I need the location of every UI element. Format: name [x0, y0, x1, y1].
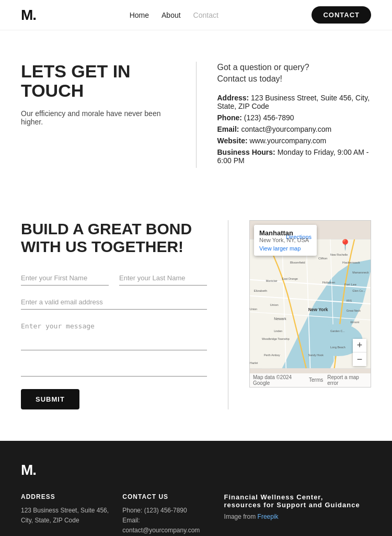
- svg-text:IRS: IRS: [347, 299, 352, 302]
- form-left: BUILD A GREAT BOND WITH US TOGETHER! SUB…: [21, 220, 228, 409]
- svg-text:Newark: Newark: [274, 317, 286, 321]
- submit-button[interactable]: SUBMIT: [21, 389, 79, 409]
- intro-subtext: Our efficiency and morale have never bee…: [21, 109, 175, 126]
- svg-text:Perth Amboy: Perth Amboy: [264, 353, 280, 357]
- svg-text:Glen Co...: Glen Co...: [352, 289, 365, 292]
- contact-form-section: BUILD A GREAT BOND WITH US TOGETHER! SUB…: [0, 199, 392, 441]
- map-pin-icon: 📍: [339, 238, 352, 251]
- hours-line: Business Hours: Monday to Friday, 9:00 A…: [217, 148, 372, 165]
- contact-intro-section: LETS GET IN TOUCH Our efficiency and mor…: [0, 30, 392, 199]
- name-row: [21, 271, 207, 286]
- message-input[interactable]: [21, 319, 207, 350]
- svg-text:Montclair: Montclair: [266, 279, 278, 282]
- footer-address-text: 123 Business Street, Suite 456, City, St…: [21, 506, 112, 526]
- svg-text:Clifton: Clifton: [318, 256, 328, 260]
- website-line: Website: www.yourcompany.com: [217, 136, 372, 145]
- email-line: Email: contact@yourcompany.com: [217, 125, 372, 133]
- extra-input[interactable]: [21, 362, 207, 377]
- tagline: Got a question or query? Contact us toda…: [217, 62, 372, 85]
- svg-text:Hoboken: Hoboken: [322, 280, 336, 284]
- map-footer: Map data ©2024 Google Terms Report a map…: [250, 373, 371, 387]
- map-place-sub: New York, NY, USA: [259, 237, 312, 243]
- map-larger-link[interactable]: View larger map: [259, 245, 312, 252]
- map-container[interactable]: New York Newark Elizabeth Hoboken Union …: [249, 220, 371, 387]
- svg-text:Fort Lee: Fort Lee: [344, 282, 357, 286]
- intro-right: Got a question or query? Contact us toda…: [197, 62, 372, 168]
- footer: M. ADDRESS 123 Business Street, Suite 45…: [0, 441, 392, 536]
- svg-text:Great Neck: Great Neck: [347, 309, 361, 312]
- svg-text:New Rochelle: New Rochelle: [330, 253, 348, 256]
- footer-contact-heading: CONTACT US: [122, 493, 213, 500]
- svg-text:East Orange: East Orange: [282, 277, 298, 280]
- svg-text:Elmont: Elmont: [351, 321, 360, 324]
- map-zoom-out[interactable]: −: [353, 352, 366, 366]
- svg-text:Elizabeth: Elizabeth: [254, 289, 268, 292]
- logo: M.: [21, 7, 36, 24]
- form-heading: BUILD A GREAT BOND WITH US TOGETHER!: [21, 220, 207, 256]
- svg-text:Union: Union: [270, 303, 279, 306]
- svg-text:Bloomfield: Bloomfield: [290, 260, 305, 264]
- footer-promo-col: Financial Wellness Center, resources for…: [224, 493, 371, 536]
- svg-text:Mamaroneck: Mamaroneck: [352, 271, 368, 274]
- footer-image-credit: Image from Freepik: [224, 512, 361, 522]
- footer-address-col: ADDRESS 123 Business Street, Suite 456, …: [21, 493, 122, 536]
- footer-phone: Phone: (123) 456-7890: [122, 506, 213, 516]
- map-popup: Manhattan New York, NY, USA Directions V…: [254, 225, 317, 256]
- map-zoom-controls: + −: [353, 339, 366, 366]
- svg-text:Garden C...: Garden C...: [330, 329, 345, 333]
- nav-home[interactable]: Home: [130, 11, 149, 19]
- intro-left: LETS GET IN TOUCH Our efficiency and mor…: [21, 62, 197, 168]
- map-report: Report a map error: [327, 374, 367, 386]
- phone-line: Phone: (123) 456-7890: [217, 113, 372, 122]
- svg-text:Sandy Hook: Sandy Hook: [308, 353, 324, 357]
- svg-text:Woodbridge Township: Woodbridge Township: [262, 337, 290, 340]
- first-name-input[interactable]: [21, 271, 109, 286]
- footer-email: Email: contact@yourcompany.com: [122, 516, 213, 535]
- svg-text:New York: New York: [308, 307, 328, 312]
- svg-text:Hackensack: Hackensack: [342, 260, 360, 264]
- map-right: New York Newark Elizabeth Hoboken Union …: [228, 220, 371, 409]
- footer-promo-heading: Financial Wellness Center, resources for…: [224, 493, 361, 509]
- map-terms: Terms: [309, 377, 323, 383]
- contact-info: Address: 123 Business Street, Suite 456,…: [217, 94, 372, 165]
- footer-contact-col: CONTACT US Phone: (123) 456-7890 Email: …: [122, 493, 224, 536]
- footer-address-heading: ADDRESS: [21, 493, 112, 500]
- nav-about[interactable]: About: [162, 11, 181, 19]
- address-line: Address: 123 Business Street, Suite 456,…: [217, 94, 372, 110]
- freepik-link[interactable]: Freepik: [258, 513, 279, 520]
- svg-text:Linden: Linden: [274, 329, 282, 333]
- footer-logo: M.: [21, 462, 371, 478]
- intro-heading: LETS GET IN TOUCH: [21, 62, 175, 101]
- map-zoom-in[interactable]: +: [353, 339, 366, 352]
- map-data-text: Map data ©2024 Google: [253, 374, 305, 386]
- svg-text:Union: Union: [250, 307, 257, 310]
- svg-text:Hazlet: Hazlet: [250, 361, 258, 364]
- email-input[interactable]: [21, 295, 207, 310]
- last-name-input[interactable]: [119, 271, 207, 286]
- footer-columns: ADDRESS 123 Business Street, Suite 456, …: [21, 493, 371, 536]
- nav-contact[interactable]: Contact: [193, 11, 218, 19]
- nav-links: Home About Contact: [130, 11, 218, 19]
- nav-contact-button[interactable]: CONTACT: [312, 6, 371, 24]
- svg-text:Long Beach: Long Beach: [330, 345, 345, 348]
- navbar: M. Home About Contact CONTACT: [0, 0, 392, 30]
